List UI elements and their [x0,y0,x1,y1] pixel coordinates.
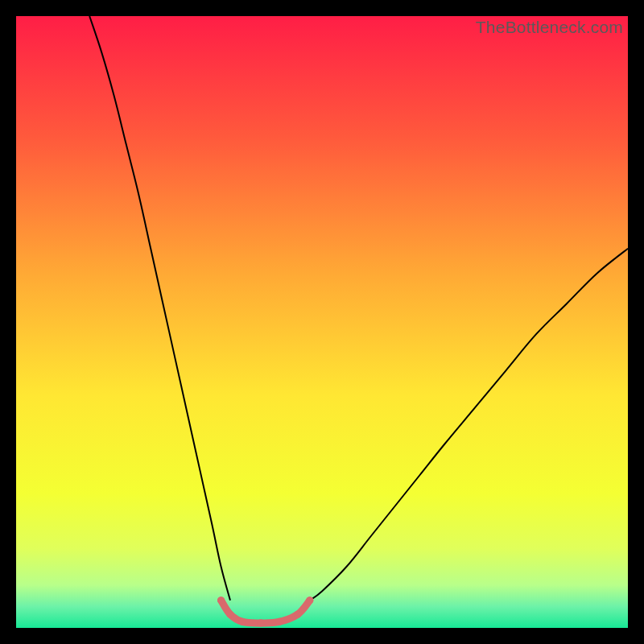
series-bottom-highlight-marker [275,618,283,625]
series-right-curve [310,249,628,601]
curve-layer [16,16,628,628]
series-bottom-highlight-marker [226,611,233,618]
series-bottom-highlight-marker [257,619,264,626]
series-left-curve [89,16,230,601]
series-bottom-highlight-marker [217,597,225,604]
watermark-text: TheBottleneck.com [476,18,623,37]
series-bottom-highlight-marker [239,618,246,625]
series-bottom-highlight-marker [294,611,301,618]
series-bottom-highlight-marker [306,597,313,604]
chart-frame: TheBottleneck.com [0,0,644,644]
plot-area: TheBottleneck.com [16,16,628,628]
